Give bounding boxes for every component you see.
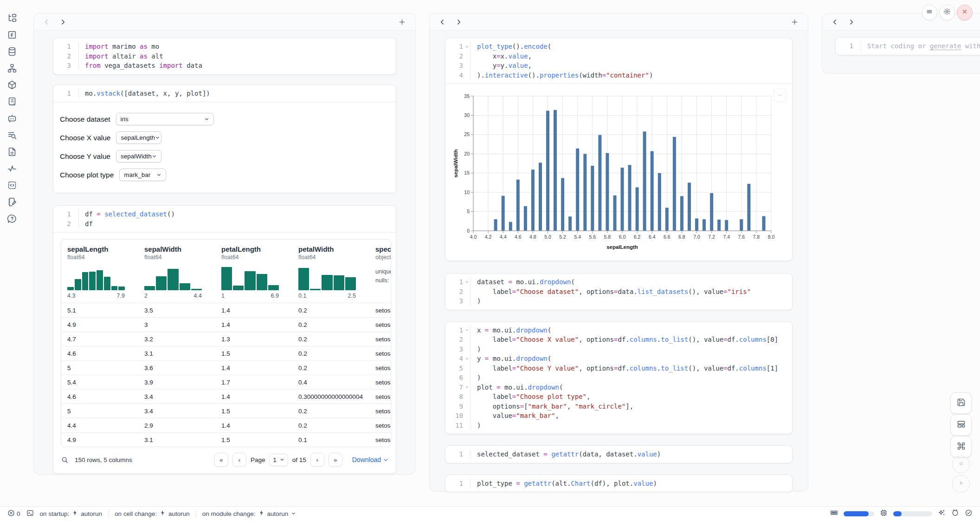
on-module-change-setting[interactable]: on module change: autorun xyxy=(202,510,297,517)
column-header-species[interactable]: species object unique:nulls: xyxy=(369,240,391,303)
choose-dataset-select[interactable]: iris xyxy=(116,113,214,125)
tracing-icon[interactable] xyxy=(7,163,17,174)
code-line[interactable]: 1 dataset = mo.ui.dropdown( xyxy=(445,277,792,287)
table-row[interactable]: 4.42.91.40.2setosa xyxy=(61,418,391,432)
code-line[interactable]: 6 ) xyxy=(445,373,792,383)
add-cell-icon[interactable] xyxy=(791,18,799,26)
keyboard-shortcuts-button[interactable] xyxy=(950,436,972,457)
column-forward-icon[interactable] xyxy=(848,19,855,26)
help-icon[interactable] xyxy=(7,214,17,224)
fold-chevron-icon[interactable] xyxy=(463,383,471,392)
stop-kernel-button[interactable] xyxy=(952,456,970,473)
code-line[interactable]: 4 y = mo.ui.dropdown( xyxy=(445,354,792,364)
imports-cell[interactable]: 1 import marimo as mo 2 import altair as… xyxy=(53,38,396,75)
layout-toggle-button[interactable] xyxy=(950,414,972,436)
code-line[interactable]: 3 y=y.value, xyxy=(445,61,792,71)
choose-x-value-select[interactable]: sepalLength xyxy=(116,131,161,144)
table-row[interactable]: 4.931.40.2setosa xyxy=(61,317,391,332)
vstack-cell[interactable]: 1 mo.vstack([dataset, x, y, plot]) Choos… xyxy=(53,85,396,194)
dataset-dropdown-cell[interactable]: 1 dataset = mo.ui.dropdown( 2 label="Cho… xyxy=(445,273,793,310)
code-line[interactable]: 9 options=["mark_bar", "mark_circle"], xyxy=(445,402,792,411)
table-row[interactable]: 53.61.40.2setosa xyxy=(61,360,391,375)
search-icon[interactable] xyxy=(61,456,69,464)
code-line[interactable]: 10 value="mark_bar", xyxy=(445,411,792,421)
terminal-toggle[interactable] xyxy=(26,509,34,518)
bar-chart[interactable]: 051015202530354.04.24.44.64.85.05.25.45.… xyxy=(452,90,777,252)
code-editor[interactable]: 1 mo.vstack([dataset, x, y, plot]) xyxy=(53,85,396,102)
code-line[interactable]: 1 x = mo.ui.dropdown( xyxy=(445,326,792,335)
dependencies-icon[interactable] xyxy=(7,63,17,73)
code-line[interactable]: 2 x=x.value, xyxy=(445,52,792,61)
column-back-icon[interactable] xyxy=(43,19,50,26)
on-startup-setting[interactable]: on startup: autorun xyxy=(40,510,103,517)
column-header-sepalWidth[interactable]: sepalWidth float64 24.4 xyxy=(138,240,215,303)
table-row[interactable]: 5.43.91.70.4setosa xyxy=(61,375,391,389)
code-editor[interactable]: 1 dataset = mo.ui.dropdown( 2 label="Cho… xyxy=(445,274,792,310)
code-editor[interactable]: 1 plot_type().encode( 2 x=x.value, 3 y=y… xyxy=(445,38,792,84)
run-all-button[interactable] xyxy=(952,475,970,493)
code-line[interactable]: 1 selected_dataset = getattr(data, datas… xyxy=(445,449,792,459)
first-page-button[interactable]: « xyxy=(214,453,228,467)
datasources-icon[interactable] xyxy=(7,46,17,57)
github-link[interactable] xyxy=(951,509,959,519)
code-line[interactable]: 2 label="Choose X value", options=df.col… xyxy=(445,335,792,345)
file-tree-icon[interactable] xyxy=(7,13,17,23)
code-line[interactable]: 4 ).interactive().properties(width="cont… xyxy=(445,71,792,80)
column-back-icon[interactable] xyxy=(439,19,446,26)
table-row[interactable]: 53.41.50.2setosa xyxy=(61,404,391,418)
shutdown-button[interactable] xyxy=(957,5,973,20)
scratchpad-icon[interactable] xyxy=(7,197,17,207)
plot-cell[interactable]: 1 plot_type().encode( 2 x=x.value, 3 y=y… xyxy=(445,38,793,261)
code-line[interactable]: 1 plot_type().encode( xyxy=(445,42,792,52)
code-input-placeholder[interactable]: Start coding or generate with AI xyxy=(861,41,980,51)
column-forward-icon[interactable] xyxy=(455,19,462,26)
code-line[interactable]: 2 label="Choose dataset", options=data.l… xyxy=(445,287,792,297)
code-line[interactable]: 3 ) xyxy=(445,296,792,306)
table-row[interactable]: 4.63.11.50.2setosa xyxy=(61,346,391,360)
notebook-menu-button[interactable] xyxy=(922,5,937,20)
logs-icon[interactable] xyxy=(7,97,17,107)
code-line[interactable]: 1 df = selected_dataset() xyxy=(53,209,396,219)
page-select[interactable]: 1 xyxy=(269,454,288,466)
previous-page-button[interactable]: ‹ xyxy=(232,453,246,467)
code-editor[interactable]: 1 x = mo.ui.dropdown( 2 label="Choose X … xyxy=(445,322,792,434)
column-forward-icon[interactable] xyxy=(59,19,66,26)
documentation-icon[interactable] xyxy=(7,147,17,157)
empty-cell[interactable]: 1 Start coding or generate with AI xyxy=(835,37,980,55)
choose-plot-type-select[interactable]: mark_bar xyxy=(119,169,166,181)
code-editor[interactable]: 1 plot_type = getattr(alt.Chart(df), plo… xyxy=(445,475,792,492)
on-cell-change-setting[interactable]: on cell change: autorun xyxy=(115,510,190,517)
errors-indicator[interactable]: 0 xyxy=(7,509,20,518)
xyplot-dropdowns-cell[interactable]: 1 x = mo.ui.dropdown( 2 label="Choose X … xyxy=(445,321,793,435)
fold-chevron-icon[interactable] xyxy=(463,42,471,52)
save-button[interactable] xyxy=(950,392,972,414)
code-editor[interactable]: 1 selected_dataset = getattr(data, datas… xyxy=(445,446,792,463)
code-editor[interactable]: 1 import marimo as mo 2 import altair as… xyxy=(53,38,396,74)
code-line[interactable]: 3 ) xyxy=(445,345,792,354)
code-line[interactable]: 11 ) xyxy=(445,421,792,430)
code-line[interactable]: 2 df xyxy=(53,219,396,229)
fold-chevron-icon[interactable] xyxy=(463,354,471,364)
code-line[interactable]: 1 import marimo as mo xyxy=(53,42,396,52)
snippets-icon[interactable] xyxy=(7,180,17,190)
fold-chevron-icon[interactable] xyxy=(463,277,471,287)
code-line[interactable]: 5 label="Choose Y value", options=df.col… xyxy=(445,364,792,373)
code-line[interactable]: 2 import altair as alt xyxy=(53,52,396,61)
download-button[interactable]: Download xyxy=(352,456,388,463)
code-line[interactable]: 3 from vega_datasets import data xyxy=(53,61,396,71)
code-line[interactable]: 7 plot = mo.ui.dropdown( xyxy=(445,383,792,392)
column-back-icon[interactable] xyxy=(832,19,838,26)
selected-dataset-cell[interactable]: 1 selected_dataset = getattr(data, datas… xyxy=(445,445,793,463)
dataframe-cell[interactable]: 1 df = selected_dataset() 2 df sepalLeng… xyxy=(53,205,396,474)
search-logs-icon[interactable] xyxy=(7,130,17,140)
connection-status[interactable] xyxy=(965,509,973,519)
column-header-petalLength[interactable]: petalLength float64 16.9 xyxy=(215,240,292,303)
last-page-button[interactable]: » xyxy=(329,453,342,467)
plot-type-cell[interactable]: 1 plot_type = getattr(alt.Chart(df), plo… xyxy=(445,475,793,493)
table-row[interactable]: 4.93.11.50.1setosa xyxy=(61,432,391,447)
column-header-petalWidth[interactable]: petalWidth float64 0.12.5 xyxy=(292,240,369,303)
chart-options-button[interactable] xyxy=(774,89,787,102)
packages-icon[interactable] xyxy=(7,80,17,90)
add-cell-icon[interactable] xyxy=(398,18,406,26)
ai-assist-button[interactable] xyxy=(938,509,946,519)
